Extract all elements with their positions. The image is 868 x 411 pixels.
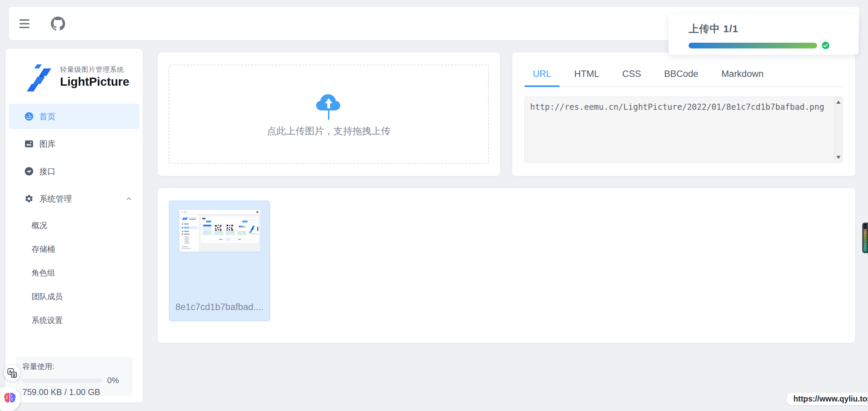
sidebar-item-system[interactable]: 系统管理: [9, 186, 139, 211]
sidebar: 轻量级图片管理系统 LightPicture 首页 图库 系统管理 接口 系统管…: [5, 49, 143, 403]
brain-icon: [2, 392, 17, 406]
app-root: 上传中 1/1 轻量级图片管理系统 LightPicture: [0, 0, 868, 411]
uploaded-gallery: 8e1c7cd1b7bafbad....: [158, 188, 855, 343]
check-circle-icon: [822, 41, 830, 49]
sidebar-subitem-overview[interactable]: 概况: [9, 213, 139, 237]
upload-hint: 点此上传图片，支持拖拽上传: [267, 125, 390, 138]
github-icon[interactable]: [51, 16, 65, 31]
edge-docked-widget[interactable]: [862, 223, 868, 253]
sidebar-subitem-buckets[interactable]: 存储桶: [9, 237, 139, 261]
brand-subtitle: 轻量级图片管理系统: [60, 65, 129, 74]
scroll-up-icon[interactable]: [836, 101, 841, 104]
sidebar-item-api[interactable]: 系统管理 接口: [9, 159, 139, 184]
sidebar-nav: 首页 图库 系统管理 接口 系统管理 概况 存储桶 角色组 团队成员 系统设置: [5, 92, 143, 332]
chevron-up-icon: [125, 195, 133, 203]
menu-icon[interactable]: [19, 19, 30, 28]
tab-url[interactable]: URL: [524, 63, 560, 86]
sidebar-item-home[interactable]: 首页: [9, 104, 139, 129]
lightpicture-logo-icon: [24, 61, 57, 92]
storage-label: 容量使用:: [22, 362, 133, 372]
upload-dropzone[interactable]: 点此上传图片，支持拖拽上传: [169, 65, 489, 164]
scroll-down-icon[interactable]: [836, 156, 841, 159]
upload-toast-title: 上传中 1/1: [689, 22, 859, 36]
uploaded-image-item[interactable]: 8e1c7cd1b7bafbad....: [169, 201, 270, 321]
link-format-tabs: URL HTML CSS BBCode Markdown: [524, 63, 843, 87]
tab-html[interactable]: HTML: [566, 63, 608, 86]
translate-fab-button[interactable]: [4, 365, 20, 381]
link-output-textarea[interactable]: http://res.eemu.cn/LightPicture/2022/01/…: [525, 97, 843, 163]
upload-card: 点此上传图片，支持拖拽上传: [158, 53, 500, 176]
translate-icon: [7, 368, 17, 378]
sidebar-subitem-roles[interactable]: 角色组: [9, 261, 139, 285]
storage-usage-text: 759.00 KB / 1.00 GB: [22, 387, 133, 397]
tab-css[interactable]: CSS: [614, 63, 650, 86]
sidebar-item-label: 首页: [39, 111, 56, 122]
dashboard-icon: [24, 112, 34, 121]
upload-toast: 上传中 1/1: [669, 14, 859, 55]
storage-usage-panel: 容量使用: 0% 759.00 KB / 1.00 GB: [16, 356, 133, 396]
upload-progress: [689, 41, 859, 49]
sidebar-item-label: 接口: [39, 166, 56, 177]
link-panel: URL HTML CSS BBCode Markdown http://res.…: [512, 53, 855, 176]
gear-icon: [24, 194, 34, 203]
gallery-icon: [24, 139, 34, 148]
upload-progress-bar: [689, 43, 817, 48]
tab-bbcode[interactable]: BBCode: [656, 63, 707, 86]
sidebar-subitem-settings[interactable]: 系统设置: [9, 308, 139, 332]
sidebar-item-label: 图库: [39, 139, 56, 149]
storage-progress-bar: [22, 378, 102, 383]
storage-percent: 0%: [107, 376, 119, 385]
cloud-upload-icon: [315, 91, 343, 121]
sidebar-item-gallery[interactable]: 图库: [9, 131, 139, 157]
uploaded-image-thumbnail: [179, 210, 261, 252]
api-icon: [24, 167, 34, 176]
sidebar-item-label: 系统管理: [39, 193, 72, 204]
textarea-scrollbar[interactable]: [834, 97, 842, 162]
brand-title: LightPicture: [60, 75, 129, 88]
sidebar-subitem-members[interactable]: 团队成员: [9, 285, 139, 308]
uploaded-image-filename: 8e1c7cd1b7bafbad....: [169, 302, 270, 312]
brand: 轻量级图片管理系统 LightPicture: [5, 49, 143, 92]
tab-markdown[interactable]: Markdown: [713, 63, 772, 86]
link-output-box: http://res.eemu.cn/LightPicture/2022/01/…: [524, 97, 843, 163]
watermark-badge: https://www.qyliu.top: [786, 393, 868, 405]
